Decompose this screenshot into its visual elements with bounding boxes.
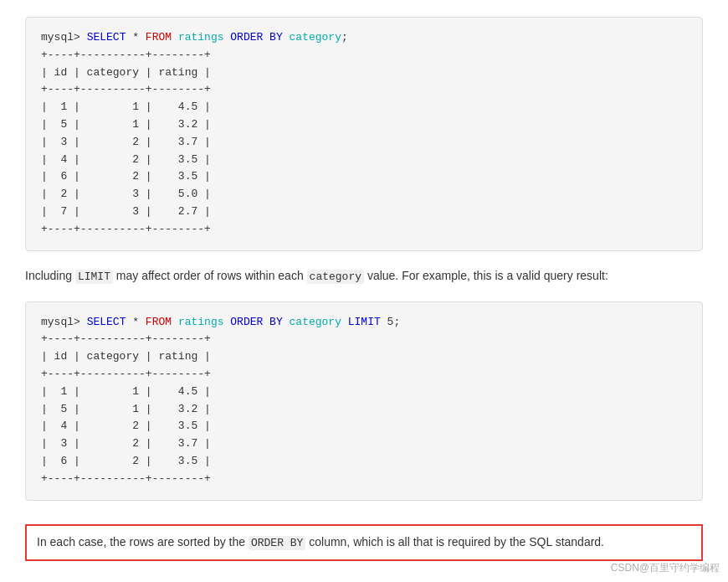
kw-order-2: ORDER BY [230,316,282,328]
desc-text-before: Including [25,269,75,282]
kw-order-1: ORDER BY [230,31,282,44]
separator-3: +----+----------+--------+ [41,223,211,235]
separator-6: +----+----------+--------+ [41,472,211,485]
separator-2: +----+----------+--------+ [41,83,211,95]
note-text-before: In each case, the rows are sorted by the [37,535,249,549]
code-block-2: mysql> SELECT * FROM ratings ORDER BY ca… [25,301,703,501]
code-block-1: mysql> SELECT * FROM ratings ORDER BY ca… [25,17,703,251]
data-row-3: | 3 | 2 | 3.7 | [41,136,211,148]
separator-1: +----+----------+--------+ [41,49,211,61]
col-name-1: category [290,31,341,44]
data-row-2: | 5 | 1 | 3.2 | [41,118,211,131]
table-name-1: ratings [178,31,224,44]
desc-text-after: value. For example, this is a valid quer… [364,269,608,282]
data-row-8: | 1 | 1 | 4.5 | [41,385,211,398]
col-name-2: category [290,316,341,328]
kw-limit-1: LIMIT [348,316,381,328]
note-code-orderby: ORDER BY [249,536,305,550]
note-text-after: column, which is all that is required by… [305,535,604,549]
highlighted-note: In each case, the rows are sorted by the… [25,524,703,561]
separator-4: +----+----------+--------+ [41,332,211,345]
prompt-1: mysql> [41,31,80,44]
data-row-10: | 4 | 2 | 3.5 | [41,420,211,432]
data-row-1: | 1 | 1 | 4.5 | [41,100,211,113]
data-row-12: | 6 | 2 | 3.5 | [41,455,211,467]
header-row-1: | id | category | rating | [41,66,211,79]
data-row-11: | 3 | 2 | 3.7 | [41,437,211,450]
watermark: CSDN@百里守约学编程 [611,561,720,575]
table-name-2: ratings [178,316,224,328]
kw-from-1: FROM [146,31,172,44]
data-row-6: | 2 | 3 | 5.0 | [41,188,211,200]
separator-5: +----+----------+--------+ [41,368,211,380]
kw-from-2: FROM [146,316,172,328]
desc-code-category: category [307,270,364,284]
data-row-7: | 7 | 3 | 2.7 | [41,205,211,218]
kw-select-1: SELECT [87,31,126,44]
header-row-2: | id | category | rating | [41,350,211,363]
prompt-2: mysql> [41,316,80,328]
data-row-5: | 6 | 2 | 3.5 | [41,170,211,183]
data-row-4: | 4 | 2 | 3.5 | [41,153,211,166]
description-text: Including LIMIT may affect order of rows… [25,266,703,286]
kw-select-2: SELECT [87,316,126,328]
desc-text-middle: may affect order of rows within each [113,269,307,282]
desc-code-limit: LIMIT [75,270,113,284]
data-row-9: | 5 | 1 | 3.2 | [41,403,211,415]
